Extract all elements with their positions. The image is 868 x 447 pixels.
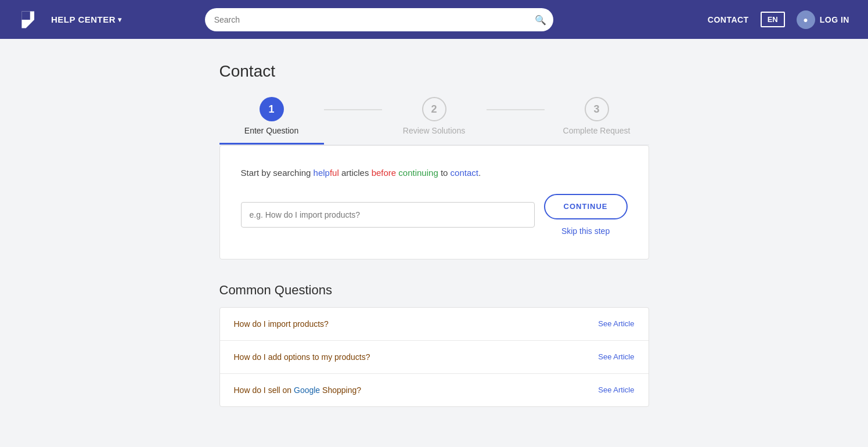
highlight-contact: contact	[451, 168, 478, 178]
faq-see-article-2[interactable]: See Article	[598, 352, 634, 361]
highlight-continuing: continuing	[398, 168, 438, 178]
faq-item-1[interactable]: How do I import products? See Article	[220, 308, 649, 341]
common-questions-title: Common Questions	[219, 283, 649, 298]
step-1-underline	[219, 143, 324, 145]
question-search-input[interactable]	[241, 202, 535, 228]
common-questions-section: Common Questions How do I import product…	[219, 283, 649, 407]
step-2: 2 Review Solutions	[382, 97, 487, 145]
login-label: LOG IN	[820, 15, 849, 24]
search-icon-button[interactable]: 🔍	[535, 14, 546, 25]
step-2-circle: 2	[422, 97, 446, 121]
main-content: Contact 1 Enter Question 2 Review Soluti…	[208, 39, 661, 442]
faq-question-3: How do I sell on Google Shopping?	[234, 385, 362, 395]
step-1-circle: 1	[260, 97, 284, 121]
question-card: Start by searching helpful articles befo…	[219, 145, 649, 259]
step-1: 1 Enter Question	[219, 97, 324, 145]
faq-see-article-1[interactable]: See Article	[598, 319, 634, 328]
step-3-label: Complete Request	[563, 126, 631, 135]
faq-see-article-3[interactable]: See Article	[598, 385, 634, 394]
step-2-label: Review Solutions	[403, 126, 465, 135]
step-3: 3 Complete Request	[545, 97, 649, 145]
header-search-container: 🔍	[205, 8, 553, 31]
step-connector-2	[487, 109, 545, 110]
faq-list: How do I import products? See Article Ho…	[219, 307, 649, 407]
header: HELP CENTER ▾ 🔍 CONTACT EN ● LOG IN	[0, 0, 868, 39]
header-right: CONTACT EN ● LOG IN	[708, 10, 849, 29]
continue-button[interactable]: CONTINUE	[544, 194, 628, 219]
faq-item-2[interactable]: How do I add options to my products? See…	[220, 341, 649, 374]
action-group: CONTINUE Skip this step	[544, 194, 628, 236]
contact-link[interactable]: CONTACT	[708, 15, 749, 24]
avatar-icon: ●	[803, 15, 808, 24]
help-center-link[interactable]: HELP CENTER ▾	[51, 15, 122, 24]
search-row: CONTINUE Skip this step	[241, 194, 628, 236]
logo[interactable]	[19, 9, 39, 30]
step-3-circle: 3	[585, 97, 609, 121]
svg-marker-1	[21, 11, 30, 19]
faq-question-2: How do I add options to my products?	[234, 352, 370, 362]
page-title: Contact	[219, 62, 649, 81]
faq-question-1: How do I import products?	[234, 319, 329, 329]
avatar: ●	[797, 10, 815, 29]
question-intro: Start by searching helpful articles befo…	[241, 167, 628, 180]
step-connector-1	[324, 109, 382, 110]
dropdown-arrow-icon: ▾	[118, 16, 122, 24]
skip-link[interactable]: Skip this step	[561, 226, 610, 236]
highlight-ful: ful	[330, 168, 339, 178]
steps-row: 1 Enter Question 2 Review Solutions 3 Co…	[219, 97, 649, 145]
step-1-label: Enter Question	[244, 126, 298, 135]
language-button[interactable]: EN	[761, 12, 785, 27]
login-button[interactable]: ● LOG IN	[797, 10, 849, 29]
header-search-input[interactable]	[205, 8, 553, 31]
highlight-before: before	[372, 168, 397, 178]
highlight-helpful: help	[314, 168, 330, 178]
faq-item-3[interactable]: How do I sell on Google Shopping? See Ar…	[220, 374, 649, 406]
help-center-label: HELP CENTER	[51, 15, 116, 24]
